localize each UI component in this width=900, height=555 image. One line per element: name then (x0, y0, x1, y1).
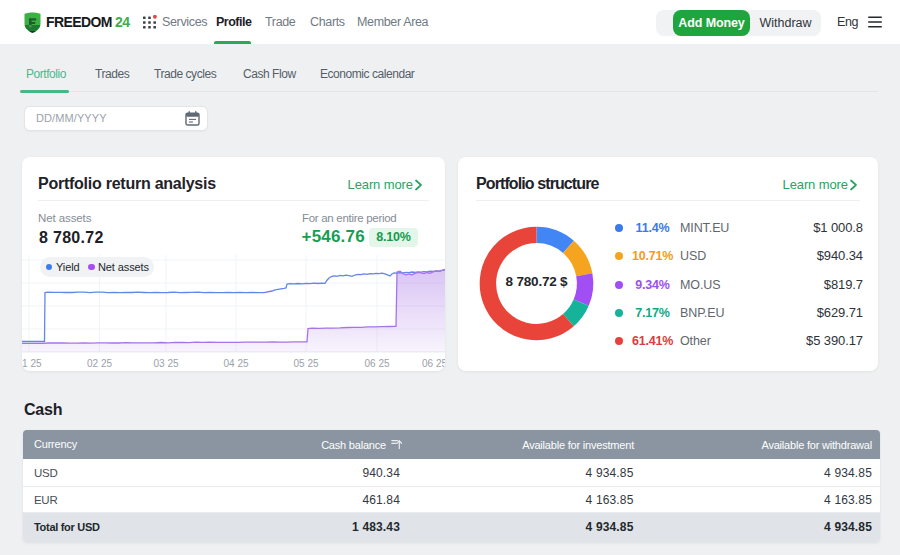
svg-text:01 25: 01 25 (22, 358, 42, 369)
svg-text:02 25: 02 25 (87, 358, 112, 369)
svg-text:06 25: 06 25 (364, 358, 389, 369)
svg-text:05 25: 05 25 (293, 358, 318, 369)
svg-text:06 25: 06 25 (422, 358, 445, 369)
svg-text:04 25: 04 25 (223, 358, 248, 369)
svg-text:03 25: 03 25 (153, 358, 178, 369)
